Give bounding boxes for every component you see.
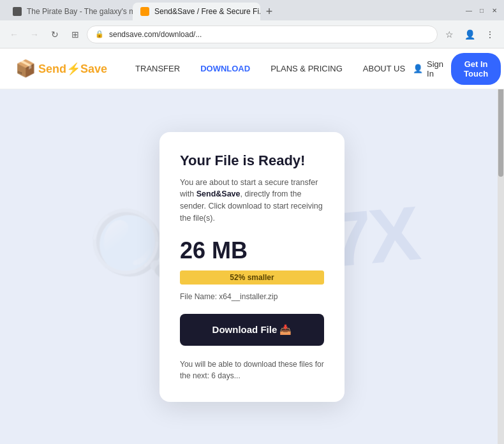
logo-text-send: Send <box>38 63 66 75</box>
file-name-label: File Name: <box>180 292 217 301</box>
expiry-text: You will be able to download these files… <box>180 359 324 381</box>
site-navigation: 📦 Send⚡Save TRANSFER DOWNLOAD PLANS & PR… <box>0 48 504 89</box>
logo-icon-symbol: ⚡ <box>66 63 80 75</box>
nav-about[interactable]: ABOUT US <box>355 59 413 78</box>
file-size-display: 26 MB <box>180 237 324 264</box>
tab-favicon-pirate <box>13 7 22 16</box>
security-button[interactable]: ⊞ <box>66 26 84 43</box>
progress-label: 52% smaller <box>230 273 274 282</box>
sign-in-label: Sign In <box>427 59 443 78</box>
bookmark-button[interactable]: ☆ <box>440 26 458 43</box>
sign-in-button[interactable]: 👤 Sign In <box>413 59 443 78</box>
title-bar: The Pirate Bay - The galaxy's m... ✕ Sen… <box>0 0 504 20</box>
webpage: 🔍 1337X 📦 Send⚡Save TRANSFER DOWNLOAD PL… <box>0 48 504 444</box>
address-text: sendsave.com/download/... <box>109 30 429 39</box>
nav-transfer[interactable]: TRANSFER <box>128 59 188 78</box>
reload-button[interactable]: ↻ <box>46 26 64 43</box>
title-bar-left: The Pirate Bay - The galaxy's m... ✕ Sen… <box>5 0 459 20</box>
size-reduction-bar: 52% smaller <box>180 270 324 285</box>
logo-text-save: Save <box>80 63 107 75</box>
new-tab-button[interactable]: + <box>260 3 278 20</box>
tab-title-send: Send&Save / Free & Secure Fi... <box>154 7 260 16</box>
brand-name: Send&Save <box>196 189 241 198</box>
nav-plans[interactable]: PLANS & PRICING <box>263 59 350 78</box>
tab-sendsave[interactable]: Send&Save / Free & Secure Fi... ✕ <box>133 3 260 20</box>
browser-frame: The Pirate Bay - The galaxy's m... ✕ Sen… <box>0 0 504 444</box>
get-in-touch-button[interactable]: Get In Touch <box>451 53 501 85</box>
download-button[interactable]: Download File 📥 <box>180 314 324 346</box>
main-content: Your File is Ready! You are about to sta… <box>0 89 504 444</box>
download-card: Your File is Ready! You are about to sta… <box>159 132 345 402</box>
nav-links: TRANSFER DOWNLOAD PLANS & PRICING ABOUT … <box>128 59 413 78</box>
back-button[interactable]: ← <box>5 26 23 43</box>
profile-button[interactable]: 👤 <box>461 26 478 43</box>
tab-title-pirate: The Pirate Bay - The galaxy's m... <box>27 7 133 16</box>
file-name-value: x64__installer.zip <box>219 292 278 301</box>
nav-right: 👤 Sign In Get In Touch <box>413 53 501 85</box>
address-bar[interactable]: 🔒 sendsave.com/download/... <box>87 26 438 43</box>
minimize-button[interactable]: — <box>464 6 473 15</box>
menu-button[interactable]: ⋮ <box>481 26 499 43</box>
forward-button[interactable]: → <box>26 26 43 43</box>
toolbar: ← → ↻ ⊞ 🔒 sendsave.com/download/... ☆ 👤 … <box>0 20 504 48</box>
tab-piratebay[interactable]: The Pirate Bay - The galaxy's m... ✕ <box>5 3 133 20</box>
title-bar-right: — □ ✕ <box>464 6 499 15</box>
logo-text: Send⚡Save <box>38 62 107 76</box>
tab-favicon-send <box>140 7 149 16</box>
lock-icon: 🔒 <box>95 30 104 38</box>
card-description: You are about to start a secure transfer… <box>180 177 324 225</box>
user-icon: 👤 <box>413 64 423 73</box>
card-title: Your File is Ready! <box>180 152 324 169</box>
nav-download[interactable]: DOWNLOAD <box>193 59 258 78</box>
toolbar-right: ☆ 👤 ⋮ <box>440 26 499 43</box>
site-logo[interactable]: 📦 Send⚡Save <box>15 59 107 78</box>
close-window-button[interactable]: ✕ <box>490 6 499 15</box>
file-name-display: File Name: x64__installer.zip <box>180 292 324 301</box>
maximize-button[interactable]: □ <box>477 6 486 15</box>
tabs-area: The Pirate Bay - The galaxy's m... ✕ Sen… <box>5 0 278 20</box>
